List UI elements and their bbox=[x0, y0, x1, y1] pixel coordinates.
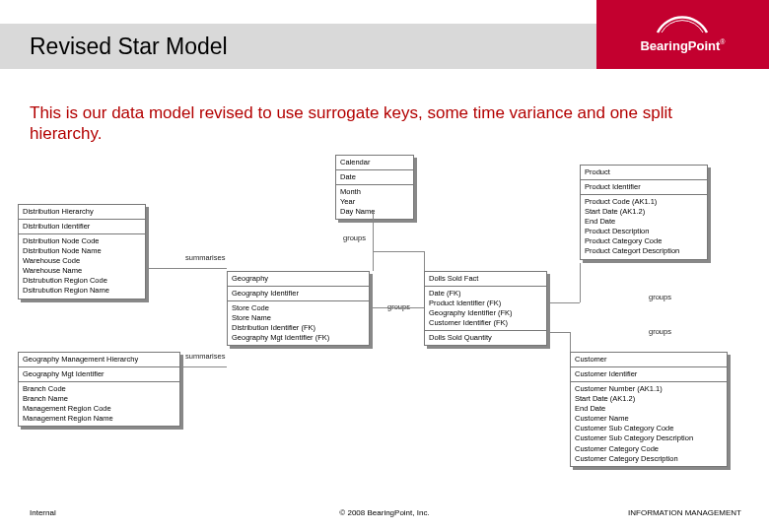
attr: Dolls Sold Quantity bbox=[429, 333, 542, 343]
entity-title: Geography bbox=[228, 272, 369, 287]
entity-title: Dolls Sold Fact bbox=[425, 272, 546, 287]
attr: Customer Number (AK1.1) bbox=[575, 384, 723, 394]
entity-distribution: Distribution Hierarchy Distribution Iden… bbox=[18, 204, 146, 299]
attr: Customer Name bbox=[575, 414, 723, 424]
entity-attrs: Product Code (AK1.1) Start Date (AK1.2) … bbox=[581, 195, 707, 259]
connector bbox=[547, 302, 580, 303]
slide-subtitle: This is our data model revised to use su… bbox=[30, 102, 739, 145]
connector bbox=[580, 263, 581, 302]
entity-key: Product Identifier bbox=[581, 180, 707, 195]
entity-key: Geography Mgt Identifier bbox=[19, 367, 179, 382]
brand-reg-icon: ® bbox=[720, 38, 725, 45]
entity-key: Date bbox=[336, 170, 413, 185]
attr: Distribution Node Name bbox=[23, 246, 141, 256]
attr: Month bbox=[340, 187, 409, 197]
entity-key: Geography Identifier bbox=[228, 287, 369, 301]
entity-title: Calendar bbox=[336, 156, 413, 170]
entity-customer: Customer Customer Identifier Customer Nu… bbox=[570, 352, 728, 467]
entity-attrs: Dolls Sold Quantity bbox=[425, 331, 546, 345]
attr: Store Name bbox=[232, 313, 365, 323]
attr: Distribution Node Code bbox=[23, 236, 141, 246]
slide-title: Revised Star Model bbox=[30, 24, 228, 69]
connector bbox=[146, 268, 227, 269]
entity-geography: Geography Geography Identifier Store Cod… bbox=[227, 271, 370, 347]
connector bbox=[373, 210, 374, 271]
rel-groups: groups bbox=[649, 327, 671, 336]
attr: Dsitrubution Region Name bbox=[23, 286, 141, 296]
attr: Start Date (AK1.2) bbox=[585, 207, 703, 217]
connector bbox=[370, 307, 424, 308]
attr: End Date bbox=[585, 217, 703, 227]
entity-key: Distribution Identifier bbox=[19, 220, 145, 234]
attr: Management Region Name bbox=[23, 414, 175, 424]
attr: Product Category Code bbox=[585, 236, 703, 246]
entity-key: Date (FK) Product Identifier (FK) Geogra… bbox=[425, 287, 546, 332]
attr: Geography Mgt Identifier (FK) bbox=[232, 333, 365, 343]
entity-title: Geography Management Hierarchy bbox=[19, 353, 179, 367]
connector bbox=[547, 332, 570, 333]
attr: Warehouse Code bbox=[23, 256, 141, 266]
attr: Year bbox=[340, 197, 409, 207]
attr: Day Name bbox=[340, 207, 409, 217]
entity-attrs: Customer Number (AK1.1) Start Date (AK1.… bbox=[571, 382, 727, 466]
attr: Management Region Code bbox=[23, 404, 175, 414]
connector bbox=[180, 366, 227, 367]
brand-name: BearingPoint bbox=[640, 38, 720, 53]
attr: Customer Sub Category Code bbox=[575, 424, 723, 433]
entity-attrs: Month Year Day Name bbox=[336, 185, 413, 219]
attr: Distrubution Region Code bbox=[23, 276, 141, 286]
entity-fact: Dolls Sold Fact Date (FK) Product Identi… bbox=[424, 271, 547, 347]
brand-block: BearingPoint® bbox=[596, 0, 769, 69]
entity-key: Customer Identifier bbox=[571, 367, 727, 382]
attr: Product Description bbox=[585, 227, 703, 236]
brand-arc-icon bbox=[653, 15, 712, 34]
attr: Customer Sub Category Description bbox=[575, 433, 723, 443]
entity-title: Product bbox=[581, 166, 707, 180]
entity-attrs: Store Code Store Name Distribution Ident… bbox=[228, 301, 369, 346]
attr: Start Date (AK1.2) bbox=[575, 394, 723, 404]
connector bbox=[547, 302, 548, 332]
rel-groups: groups bbox=[343, 233, 366, 242]
rel-summarises: summarises bbox=[185, 352, 225, 361]
rel-summarises: summarises bbox=[185, 253, 225, 262]
entity-title: Distribution Hierarchy bbox=[19, 205, 145, 220]
attr: Branch Code bbox=[23, 384, 175, 394]
slide-header: Revised Star Model BearingPoint® bbox=[0, 0, 769, 81]
entity-geo-mgt: Geography Management Hierarchy Geography… bbox=[18, 352, 180, 428]
attr: End Date bbox=[575, 404, 723, 414]
connector bbox=[373, 251, 424, 252]
entity-product: Product Product Identifier Product Code … bbox=[580, 165, 708, 260]
attr: Customer Category Code bbox=[575, 444, 723, 454]
attr: Product Categort Description bbox=[585, 246, 703, 256]
attr: Product Code (AK1.1) bbox=[585, 197, 703, 207]
attr: Distribution Identifier (FK) bbox=[232, 323, 365, 333]
attr: Store Code bbox=[232, 303, 365, 313]
entity-attrs: Branch Code Branch Name Management Regio… bbox=[19, 382, 179, 427]
connector bbox=[424, 251, 425, 271]
connector bbox=[570, 332, 571, 352]
slide-footer: Internal © 2008 BearingPoint, Inc. INFOR… bbox=[0, 508, 769, 526]
entity-attrs: Distribution Node Code Distribution Node… bbox=[19, 234, 145, 299]
rel-groups: groups bbox=[649, 293, 671, 301]
attr: Warehouse Name bbox=[23, 266, 141, 276]
footer-right: INFORMATION MANAGEMENT bbox=[628, 508, 741, 517]
entity-title: Customer bbox=[571, 353, 727, 367]
er-diagram: Calendar Date Month Year Day Name Produc… bbox=[18, 155, 751, 480]
attr: Branch Name bbox=[23, 394, 175, 404]
attr: Customer Category Description bbox=[575, 454, 723, 464]
entity-calendar: Calendar Date Month Year Day Name bbox=[335, 155, 414, 221]
